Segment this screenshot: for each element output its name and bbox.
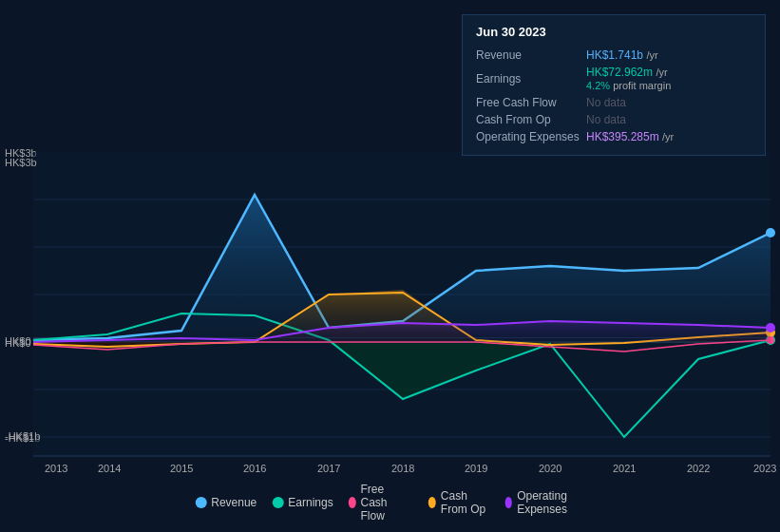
chart-legend: Revenue Earnings Free Cash Flow Cash Fro… — [195, 483, 585, 522]
tooltip-value-opex: HK$395.285m /yr — [586, 128, 751, 145]
svg-text:2019: 2019 — [465, 463, 487, 474]
tooltip-value-fcf: No data — [586, 94, 751, 111]
legend-label-revenue: Revenue — [211, 496, 257, 509]
legend-dot-revenue — [195, 497, 206, 508]
tooltip-row-revenue: Revenue HK$1.741b /yr — [476, 47, 751, 64]
svg-text:2021: 2021 — [613, 463, 636, 474]
svg-point-7 — [766, 228, 775, 238]
legend-dot-opex — [504, 497, 512, 508]
legend-dot-earnings — [272, 497, 283, 508]
svg-text:2017: 2017 — [317, 463, 340, 474]
legend-item-revenue[interactable]: Revenue — [195, 496, 257, 509]
tooltip-row-fcf: Free Cash Flow No data — [476, 94, 751, 111]
tooltip-date: Jun 30 2023 — [476, 25, 751, 39]
tooltip-label-cfo: Cash From Op — [476, 111, 586, 128]
legend-item-opex[interactable]: Operating Expenses — [504, 489, 584, 516]
tooltip-value-cfo: No data — [586, 111, 751, 128]
legend-item-earnings[interactable]: Earnings — [272, 496, 333, 509]
tooltip-box: Jun 30 2023 Revenue HK$1.741b /yr Earnin… — [462, 14, 766, 156]
svg-text:2022: 2022 — [687, 463, 710, 474]
tooltip-row-opex: Operating Expenses HK$395.285m /yr — [476, 128, 751, 145]
tooltip-label-earnings: Earnings — [476, 64, 586, 94]
svg-text:HK$0: HK$0 — [5, 335, 31, 347]
legend-label-cfo: Cash From Op — [441, 489, 489, 516]
svg-text:2013: 2013 — [45, 463, 67, 474]
legend-dot-fcf — [349, 497, 356, 508]
svg-text:2023: 2023 — [753, 463, 776, 474]
legend-dot-cfo — [428, 497, 436, 508]
svg-text:-HK$1b: -HK$1b — [5, 430, 40, 442]
svg-text:2014: 2014 — [98, 463, 121, 474]
tooltip-label-opex: Operating Expenses — [476, 128, 586, 145]
tooltip-table: Revenue HK$1.741b /yr Earnings HK$72.962… — [476, 47, 751, 145]
svg-point-11 — [766, 323, 775, 332]
legend-label-opex: Operating Expenses — [517, 489, 585, 516]
legend-label-fcf: Free Cash Flow — [361, 483, 413, 522]
legend-label-earnings: Earnings — [288, 496, 333, 509]
svg-text:2020: 2020 — [539, 463, 561, 474]
legend-item-cfo[interactable]: Cash From Op — [428, 489, 489, 516]
legend-item-fcf[interactable]: Free Cash Flow — [349, 483, 413, 522]
tooltip-label-revenue: Revenue — [476, 47, 586, 64]
svg-text:2018: 2018 — [391, 463, 414, 474]
tooltip-value-earnings: HK$72.962m /yr 4.2% profit margin — [586, 64, 751, 94]
svg-text:HK$3b: HK$3b — [5, 157, 37, 168]
tooltip-label-fcf: Free Cash Flow — [476, 94, 586, 111]
tooltip-row-cfo: Cash From Op No data — [476, 111, 751, 128]
tooltip-value-revenue: HK$1.741b /yr — [586, 47, 751, 64]
tooltip-row-earnings: Earnings HK$72.962m /yr 4.2% profit marg… — [476, 64, 751, 94]
svg-text:2016: 2016 — [243, 463, 266, 474]
svg-text:2015: 2015 — [170, 463, 193, 474]
